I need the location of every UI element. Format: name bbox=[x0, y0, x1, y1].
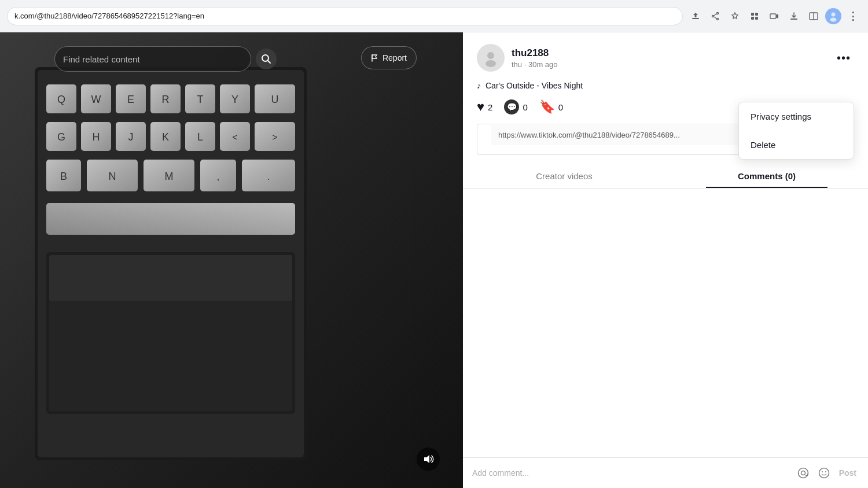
svg-rect-0 bbox=[692, 18, 699, 19]
svg-line-4 bbox=[713, 13, 716, 16]
dropdown-menu: Privacy settings Delete bbox=[738, 102, 854, 160]
time-ago: 30m ago bbox=[528, 60, 558, 69]
profile-avatar[interactable] bbox=[825, 8, 841, 24]
more-options-button[interactable]: ••• bbox=[833, 47, 854, 68]
keyboard-svg: Q W E R T Y U bbox=[0, 32, 463, 488]
music-note-icon: ♪ bbox=[477, 81, 481, 90]
search-bar[interactable] bbox=[54, 46, 251, 72]
svg-point-1 bbox=[717, 12, 719, 14]
svg-text:L: L bbox=[197, 131, 203, 143]
svg-text:Y: Y bbox=[231, 94, 238, 105]
svg-point-14 bbox=[832, 12, 836, 16]
delete-item[interactable]: Delete bbox=[739, 131, 854, 159]
svg-text:K: K bbox=[162, 131, 169, 143]
main-content: Q W E R T Y U bbox=[0, 32, 868, 488]
svg-text:U: U bbox=[271, 94, 279, 105]
svg-point-71 bbox=[825, 471, 826, 472]
svg-point-68 bbox=[801, 471, 805, 475]
emoji-icon[interactable] bbox=[816, 465, 832, 481]
share-icon-btn[interactable] bbox=[707, 8, 723, 24]
svg-point-67 bbox=[798, 468, 808, 478]
svg-point-70 bbox=[822, 471, 823, 472]
mention-icon[interactable] bbox=[795, 465, 811, 481]
privacy-settings-item[interactable]: Privacy settings bbox=[739, 102, 854, 131]
tab-comments[interactable]: Comments (0) bbox=[665, 164, 868, 188]
svg-rect-6 bbox=[751, 13, 754, 16]
report-button[interactable]: Report bbox=[361, 46, 417, 69]
user-info: thu2188 thu · 30m ago bbox=[512, 47, 826, 69]
comment-input-row: Post bbox=[463, 457, 868, 488]
svg-rect-7 bbox=[755, 13, 758, 16]
browser-actions: ⋮ bbox=[687, 8, 861, 24]
download-btn[interactable] bbox=[786, 8, 802, 24]
search-overlay bbox=[54, 46, 277, 72]
flag-icon bbox=[371, 54, 379, 62]
svg-point-66 bbox=[486, 60, 496, 67]
comment-input[interactable] bbox=[472, 468, 790, 478]
extension-btn[interactable] bbox=[746, 8, 763, 24]
svg-line-5 bbox=[713, 16, 716, 19]
media-icon bbox=[770, 12, 779, 21]
likes-action[interactable]: ♥ 2 bbox=[477, 99, 492, 114]
separator: · bbox=[524, 60, 528, 69]
user-handle: thu bbox=[512, 60, 522, 69]
bookmarks-action[interactable]: 🔖 0 bbox=[539, 99, 563, 114]
tab-creator-videos[interactable]: Creator videos bbox=[463, 164, 665, 188]
svg-point-65 bbox=[487, 52, 494, 59]
svg-rect-11 bbox=[790, 19, 797, 20]
svg-text:E: E bbox=[127, 94, 134, 105]
svg-text:T: T bbox=[197, 94, 204, 105]
bookmarks-count: 0 bbox=[558, 102, 563, 112]
svg-text:G: G bbox=[57, 131, 65, 143]
svg-point-15 bbox=[830, 17, 837, 21]
volume-icon bbox=[422, 453, 434, 465]
upload-icon-btn[interactable] bbox=[687, 8, 704, 24]
media-btn[interactable] bbox=[766, 8, 782, 24]
share-icon bbox=[711, 12, 720, 21]
post-button[interactable]: Post bbox=[837, 468, 859, 478]
svg-point-3 bbox=[717, 18, 719, 20]
user-header: thu2188 thu · 30m ago ••• bbox=[463, 32, 868, 81]
bookmark-icon: 🔖 bbox=[539, 99, 555, 114]
bookmark-star-btn[interactable] bbox=[727, 8, 743, 24]
extension-icon bbox=[750, 12, 759, 21]
svg-rect-57 bbox=[46, 203, 295, 235]
chrome-menu-btn[interactable]: ⋮ bbox=[845, 8, 861, 24]
svg-text:M: M bbox=[165, 171, 174, 182]
video-panel: Q W E R T Y U bbox=[0, 32, 463, 488]
right-panel: thu2188 thu · 30m ago ••• ♪ Car's Outsid… bbox=[463, 32, 868, 488]
search-button[interactable] bbox=[256, 49, 277, 69]
split-screen-btn[interactable] bbox=[806, 8, 822, 24]
svg-line-62 bbox=[268, 61, 271, 64]
svg-text:H: H bbox=[93, 131, 100, 143]
user-avatar bbox=[477, 44, 505, 72]
tabs-row: Creator videos Comments (0) bbox=[463, 164, 868, 188]
download-icon bbox=[789, 12, 799, 21]
svg-text:>: > bbox=[272, 132, 277, 142]
comment-icon: 💬 bbox=[504, 99, 519, 114]
search-input[interactable] bbox=[63, 54, 242, 64]
heart-icon: ♥ bbox=[477, 99, 484, 114]
svg-text:B: B bbox=[60, 171, 67, 182]
report-label: Report bbox=[382, 53, 407, 62]
user-meta: thu · 30m ago bbox=[512, 60, 826, 69]
address-bar[interactable]: k.com/@thu2188/video/7278654689527221512… bbox=[7, 7, 683, 25]
song-row: ♪ Car's Outside - Vibes Night bbox=[463, 81, 868, 99]
svg-text:R: R bbox=[162, 94, 170, 105]
svg-text:W: W bbox=[91, 94, 101, 105]
svg-text:,: , bbox=[217, 172, 219, 182]
video-background: Q W E R T Y U bbox=[0, 32, 463, 488]
comments-count: 0 bbox=[523, 102, 527, 112]
svg-text:J: J bbox=[128, 131, 134, 143]
volume-button[interactable] bbox=[417, 448, 440, 471]
svg-point-69 bbox=[819, 468, 829, 478]
star-icon bbox=[730, 12, 740, 21]
comments-action[interactable]: 💬 0 bbox=[504, 99, 527, 114]
svg-point-2 bbox=[712, 15, 714, 17]
username: thu2188 bbox=[512, 47, 826, 59]
svg-text:N: N bbox=[109, 171, 116, 182]
comments-area bbox=[463, 188, 868, 457]
browser-chrome: k.com/@thu2188/video/7278654689527221512… bbox=[0, 0, 868, 32]
split-icon bbox=[809, 12, 818, 21]
svg-rect-8 bbox=[751, 17, 754, 20]
